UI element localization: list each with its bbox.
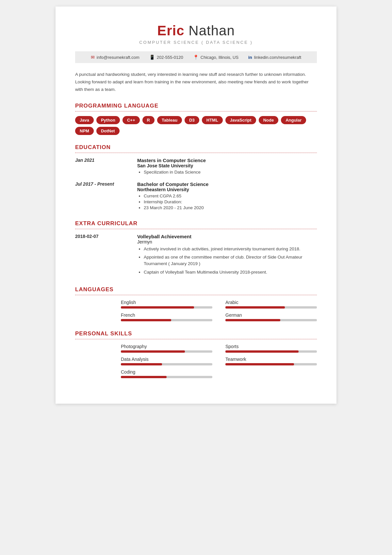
programming-language-section: PROGRAMMING LANGUAGE JavaPythonC++RTable… — [75, 103, 317, 135]
education-bullet: Current CGPA 2.65 — [144, 193, 208, 198]
language-item: German — [225, 312, 317, 321]
language-bar-track — [225, 319, 317, 321]
languages-title: LANGUAGES — [75, 286, 317, 293]
institution-name: San Jose State University — [137, 163, 206, 168]
education-entries: Jan 2021 Masters in Computer Science San… — [75, 158, 317, 211]
tag-item: D3 — [185, 116, 199, 124]
tag-item: R — [142, 116, 155, 124]
email-contact: ✉ info@resumekraft.com — [91, 55, 139, 60]
language-bar-fill — [121, 319, 171, 321]
skill-label: Sports — [225, 344, 317, 349]
activity-org: Jermyn — [137, 239, 317, 244]
extra-bullet: Captain of Volleyball Team Multimedia Un… — [144, 269, 317, 276]
language-label: German — [225, 312, 317, 318]
extra-curricular-divider — [75, 229, 317, 229]
summary-text: A punctual and hardworking student, very… — [75, 71, 317, 93]
languages-section: LANGUAGES English Arabic French German — [75, 286, 317, 321]
extra-bullet: Appointed as one of the committee member… — [144, 254, 317, 267]
skills-grid: Photography Sports Data Analysis Teamwor… — [75, 344, 317, 378]
activity-title: Volleyball Achievement — [137, 234, 317, 239]
skill-item: Coding — [121, 369, 212, 378]
skill-bar-fill — [121, 350, 185, 353]
tag-item: HTML — [202, 116, 223, 124]
linkedin-icon: in — [248, 55, 252, 60]
skill-bar-track — [121, 350, 212, 353]
education-content: Bachelor of Computer Science Northeaster… — [137, 181, 208, 211]
institution-name: Northeastern University — [137, 187, 208, 192]
linkedin-contact: in linkedin.com/resumekraft — [248, 55, 301, 60]
skill-item: Photography — [121, 344, 212, 353]
skill-bar-track — [121, 363, 212, 365]
tag-item: Python — [96, 116, 120, 124]
first-name: Eric — [157, 23, 184, 38]
contact-bar: ✉ info@resumekraft.com 📱 202-555-0120 📍 … — [75, 51, 317, 63]
skill-item: Teamwork — [225, 357, 317, 365]
tag-item: JavaScript — [225, 116, 256, 124]
education-entry: Jan 2021 Masters in Computer Science San… — [75, 158, 317, 176]
education-date: Jul 2017 - Present — [75, 181, 124, 211]
language-item: Arabic — [225, 300, 317, 309]
phone-icon: 📱 — [149, 55, 155, 60]
language-label: English — [121, 300, 212, 305]
language-label: French — [121, 312, 212, 318]
personal-skills-title: PERSONAL SKILLS — [75, 330, 317, 337]
skill-label: Teamwork — [225, 357, 317, 362]
email-icon: ✉ — [91, 55, 95, 60]
skill-bar-fill — [225, 350, 299, 353]
linkedin-text: linkedin.com/resumekraft — [254, 55, 302, 60]
skill-label: Coding — [121, 369, 212, 375]
programming-divider — [75, 111, 317, 111]
phone-contact: 📱 202-555-0120 — [149, 55, 183, 60]
language-item: French — [121, 312, 212, 321]
language-bar-fill — [121, 306, 194, 309]
tag-item: Tableau — [157, 116, 182, 124]
skill-bar-fill — [225, 363, 294, 365]
extra-bullet: Actively involved in club activities, jo… — [144, 246, 317, 252]
location-icon: 📍 — [193, 55, 199, 60]
education-section: EDUCATION Jan 2021 Masters in Computer S… — [75, 144, 317, 211]
degree-title: Masters in Computer Science — [137, 158, 206, 163]
skill-label: Data Analysis — [121, 357, 212, 362]
resume-container: Eric Nathan COMPUTER SCIENCE ( DATA SCIE… — [56, 7, 336, 404]
job-title: COMPUTER SCIENCE ( DATA SCIENCE ) — [75, 40, 317, 45]
tag-item: C++ — [122, 116, 140, 124]
language-bar-track — [225, 306, 317, 309]
tag-item: DotNet — [96, 127, 120, 135]
skill-label: Photography — [121, 344, 212, 349]
tag-item: Node — [259, 116, 279, 124]
language-item: English — [121, 300, 212, 309]
full-name: Eric Nathan — [75, 23, 317, 39]
resume-header: Eric Nathan COMPUTER SCIENCE ( DATA SCIE… — [75, 23, 317, 45]
extra-entry: 2018-02-07 Volleyball Achievement Jermyn… — [75, 234, 317, 277]
extra-content: Volleyball Achievement Jermyn Actively i… — [137, 234, 317, 277]
location-text: Chicago, Illinois, US — [201, 55, 238, 60]
personal-skills-divider — [75, 339, 317, 339]
education-divider — [75, 153, 317, 153]
location-contact: 📍 Chicago, Illinois, US — [193, 55, 238, 60]
education-content: Masters in Computer Science San Jose Sta… — [137, 158, 206, 176]
language-bar-track — [121, 306, 212, 309]
education-title: EDUCATION — [75, 144, 317, 151]
skill-item: Sports — [225, 344, 317, 353]
extra-date: 2018-02-07 — [75, 234, 124, 277]
skill-bar-track — [225, 363, 317, 365]
extra-curricular-title: EXTRA CURRICULAR — [75, 220, 317, 227]
language-bar-fill — [225, 306, 285, 309]
programming-language-title: PROGRAMMING LANGUAGE — [75, 103, 317, 109]
skill-bar-fill — [121, 363, 162, 365]
education-bullet: 23 March 2020 - 21 June 2020 — [144, 205, 208, 210]
education-date: Jan 2021 — [75, 158, 124, 176]
email-text: info@resumekraft.com — [97, 55, 139, 60]
language-label: Arabic — [225, 300, 317, 305]
tag-item: Angular — [281, 116, 306, 124]
extra-entries: 2018-02-07 Volleyball Achievement Jermyn… — [75, 234, 317, 277]
skill-bar-track — [225, 350, 317, 353]
skill-bar-fill — [121, 376, 167, 378]
education-bullet: Specilization in Data Science — [144, 170, 206, 175]
language-bar-fill — [225, 319, 280, 321]
language-bar-track — [121, 319, 212, 321]
degree-title: Bachelor of Computer Science — [137, 181, 208, 187]
education-bullet: Internship Duration: — [144, 199, 208, 204]
tag-item: Java — [75, 116, 94, 124]
tag-item: NPM — [75, 127, 94, 135]
